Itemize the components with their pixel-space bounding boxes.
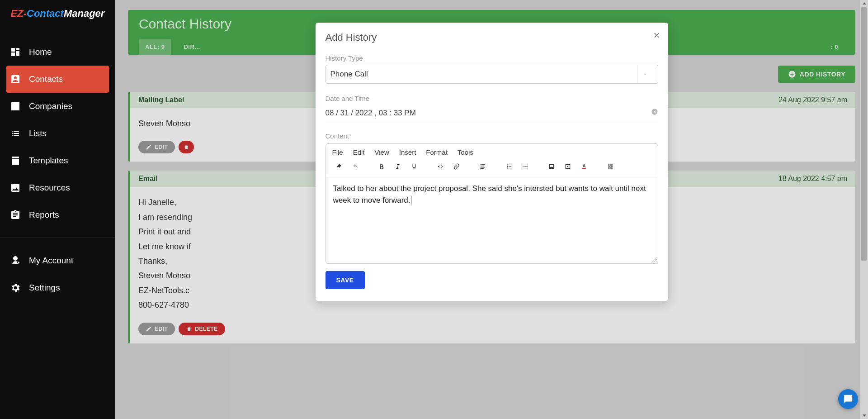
menu-file[interactable]: File xyxy=(332,148,343,156)
editor-text: Talked to her about the project proposal… xyxy=(333,184,646,205)
menu-format[interactable]: Format xyxy=(426,148,448,156)
sidebar-item-label: Lists xyxy=(29,129,47,138)
image-icon xyxy=(10,182,21,193)
media-icon[interactable] xyxy=(562,161,574,172)
main: Contact History ALL: 9 DIR... : 0 ADD HI… xyxy=(115,0,868,419)
datetime-value: 08 / 31 / 2022 , 03 : 33 PM xyxy=(326,109,416,118)
sidebar-item-label: Templates xyxy=(29,156,68,166)
sidebar-item-label: Contacts xyxy=(29,74,63,84)
text-color-dropdown-icon[interactable] xyxy=(594,161,600,172)
underline-icon[interactable] xyxy=(408,161,420,172)
sidebar-nav-bottom: My Account Settings xyxy=(0,247,115,301)
history-type-value: Phone Call xyxy=(330,70,368,79)
datetime-input[interactable]: 08 / 31 / 2022 , 03 : 33 PM xyxy=(326,105,658,121)
sidebar-item-label: My Account xyxy=(29,256,73,266)
special-char-icon[interactable] xyxy=(604,161,616,172)
bullet-list-icon[interactable] xyxy=(503,161,515,172)
sidebar-item-my-account[interactable]: My Account xyxy=(0,247,115,274)
menu-view[interactable]: View xyxy=(375,148,389,156)
italic-icon[interactable] xyxy=(392,161,404,172)
image-icon[interactable] xyxy=(546,161,557,172)
sidebar-item-lists[interactable]: Lists xyxy=(0,120,115,147)
rich-text-editor: File Edit View Insert Format Tools xyxy=(326,143,658,264)
add-history-modal: Add History × History Type Phone Call Da… xyxy=(316,23,668,301)
clear-icon[interactable] xyxy=(651,108,658,118)
sidebar-item-contacts[interactable]: Contacts xyxy=(6,66,109,93)
chevron-down-icon xyxy=(637,65,653,83)
sidebar-item-companies[interactable]: Companies xyxy=(0,93,115,120)
save-button[interactable]: SAVE xyxy=(326,271,365,289)
clipboard-icon xyxy=(10,210,21,220)
content-label: Content xyxy=(326,132,658,140)
list-icon xyxy=(10,128,21,139)
redo-icon[interactable] xyxy=(349,161,361,172)
menu-insert[interactable]: Insert xyxy=(399,148,416,156)
sidebar-item-settings[interactable]: Settings xyxy=(0,274,115,301)
gear-icon xyxy=(10,282,21,293)
link-icon[interactable] xyxy=(451,161,462,172)
sidebar-item-templates[interactable]: Templates xyxy=(0,147,115,174)
history-type-select[interactable]: Phone Call xyxy=(326,65,658,84)
sidebar-item-resources[interactable]: Resources xyxy=(0,174,115,201)
code-icon[interactable] xyxy=(434,161,446,172)
editor-content[interactable]: Talked to her about the project proposal… xyxy=(326,177,658,263)
chat-icon xyxy=(843,394,853,404)
history-type-label: History Type xyxy=(326,54,658,62)
brand-logo: EZ-ContactManager xyxy=(0,0,115,27)
dashboard-icon xyxy=(10,47,21,57)
sidebar-item-label: Home xyxy=(29,47,52,57)
text-color-icon[interactable] xyxy=(578,161,590,172)
align-icon[interactable] xyxy=(477,161,489,172)
building-icon xyxy=(10,101,21,112)
svg-rect-3 xyxy=(582,168,585,169)
datetime-label: Date and Time xyxy=(326,95,658,102)
align-dropdown-icon[interactable] xyxy=(493,161,499,172)
editor-toolbar xyxy=(326,161,658,177)
svg-point-2 xyxy=(506,167,507,168)
menu-tools[interactable]: Tools xyxy=(458,148,473,156)
sidebar-item-label: Companies xyxy=(29,101,72,111)
divider xyxy=(0,238,115,238)
template-icon xyxy=(10,155,21,166)
close-icon[interactable]: × xyxy=(653,30,660,41)
sidebar-nav: Home Contacts Companies Lists Templates … xyxy=(0,38,115,229)
sidebar-item-label: Settings xyxy=(29,283,60,293)
menu-edit[interactable]: Edit xyxy=(353,148,365,156)
contacts-icon xyxy=(10,74,21,85)
user-gear-icon xyxy=(10,255,21,266)
undo-icon[interactable] xyxy=(333,161,345,172)
svg-point-0 xyxy=(506,164,507,165)
modal-overlay[interactable]: Add History × History Type Phone Call Da… xyxy=(115,0,868,419)
number-list-icon[interactable] xyxy=(519,161,531,172)
modal-title: Add History xyxy=(326,32,658,43)
chat-fab[interactable] xyxy=(838,389,858,409)
resize-handle-icon[interactable] xyxy=(651,256,657,262)
sidebar-item-reports[interactable]: Reports xyxy=(0,201,115,229)
sidebar-item-home[interactable]: Home xyxy=(0,38,115,66)
editor-menubar: File Edit View Insert Format Tools xyxy=(326,144,658,161)
sidebar-item-label: Reports xyxy=(29,210,59,220)
bold-icon[interactable] xyxy=(376,161,387,172)
sidebar: EZ-ContactManager Home Contacts Companie… xyxy=(0,0,115,419)
svg-point-1 xyxy=(506,166,507,167)
sidebar-item-label: Resources xyxy=(29,183,70,193)
